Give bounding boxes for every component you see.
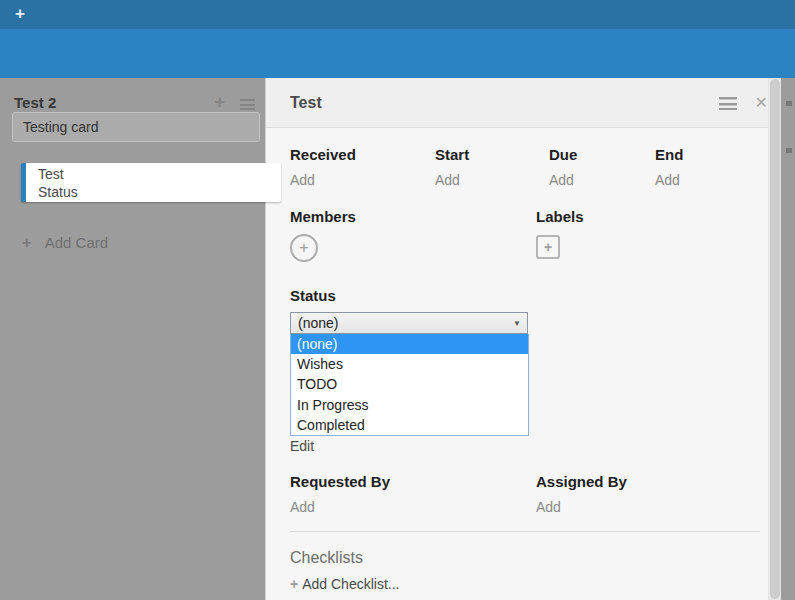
labels-label: Labels bbox=[536, 208, 770, 225]
received-add-link[interactable]: Add bbox=[290, 172, 435, 188]
requested-by-add-link[interactable]: Add bbox=[290, 499, 536, 515]
add-checklist-button[interactable]: +Add Checklist... bbox=[290, 576, 770, 592]
card-detail-header: Test ✕ bbox=[266, 78, 782, 128]
list-add-icon[interactable]: + bbox=[214, 95, 225, 109]
app-topbar: + bbox=[0, 0, 795, 29]
panel-scrollbar-track bbox=[768, 78, 781, 600]
card-test-selected[interactable]: Test Status bbox=[21, 163, 281, 202]
members-label: Members bbox=[290, 208, 536, 225]
assigned-by-add-link[interactable]: Add bbox=[536, 499, 770, 515]
end-label: End bbox=[655, 146, 770, 163]
status-dropdown: (none) Wishes TODO In Progress Completed bbox=[290, 334, 529, 436]
date-field-received: Received Add bbox=[290, 146, 435, 188]
card-subtitle-line: Status bbox=[38, 183, 281, 201]
card-detail-body: Received Add Start Add Due Add End Add bbox=[266, 128, 782, 600]
assigned-by-field: Assigned By Add bbox=[536, 473, 770, 515]
requested-assigned-row: Requested By Add Assigned By Add bbox=[290, 473, 770, 515]
card-title-line: Test bbox=[38, 165, 281, 183]
add-card-button[interactable]: + Add Card bbox=[22, 234, 108, 252]
list-header: Test 2 + bbox=[0, 78, 263, 114]
add-member-button[interactable]: + bbox=[290, 234, 318, 262]
panel-scrollbar-thumb[interactable] bbox=[770, 79, 780, 599]
due-add-link[interactable]: Add bbox=[549, 172, 655, 188]
board-canvas: Test 2 + Testing card Test Status + Add … bbox=[0, 78, 795, 600]
board-header-band bbox=[0, 29, 795, 78]
status-label: Status bbox=[290, 287, 770, 304]
card-testing-card[interactable]: Testing card bbox=[12, 112, 260, 142]
dates-row: Received Add Start Add Due Add End Add bbox=[290, 146, 770, 188]
status-option-in-progress[interactable]: In Progress bbox=[291, 395, 528, 415]
members-labels-row: Members + Labels + bbox=[290, 208, 770, 262]
requested-by-label: Requested By bbox=[290, 473, 536, 490]
date-field-due: Due Add bbox=[549, 146, 655, 188]
requested-by-field: Requested By Add bbox=[290, 473, 536, 515]
start-label: Start bbox=[435, 146, 549, 163]
list-menu-icon[interactable] bbox=[240, 99, 255, 110]
received-label: Received bbox=[290, 146, 435, 163]
add-card-label: Add Card bbox=[45, 234, 108, 251]
members-field: Members + bbox=[290, 208, 536, 262]
board-right-strip bbox=[781, 78, 795, 600]
assigned-by-label: Assigned By bbox=[536, 473, 770, 490]
due-label: Due bbox=[549, 146, 655, 163]
status-option-completed[interactable]: Completed bbox=[291, 415, 528, 435]
start-add-link[interactable]: Add bbox=[435, 172, 549, 188]
add-card-plus-icon: + bbox=[22, 234, 31, 251]
status-option-todo[interactable]: TODO bbox=[291, 374, 528, 394]
section-divider bbox=[290, 531, 760, 532]
close-icon[interactable]: ✕ bbox=[755, 93, 768, 112]
cropped-next-card-edge bbox=[786, 148, 792, 153]
card-detail-title: Test bbox=[290, 94, 322, 112]
add-checklist-label: Add Checklist... bbox=[302, 576, 399, 592]
checklists-title: Checklists bbox=[290, 549, 770, 567]
list-test-2: Test 2 + Testing card Test Status + Add … bbox=[0, 78, 263, 600]
add-label-button[interactable]: + bbox=[536, 235, 560, 259]
status-option-wishes[interactable]: Wishes bbox=[291, 354, 528, 374]
select-arrow-icon: ▼ bbox=[513, 319, 521, 328]
add-checklist-plus-icon: + bbox=[290, 576, 298, 592]
labels-field: Labels + bbox=[536, 208, 770, 262]
status-option-none[interactable]: (none) bbox=[291, 334, 528, 354]
card-detail-panel: Test ✕ Received Add Start Add Due Add bbox=[265, 78, 782, 600]
status-select-value: (none) bbox=[298, 315, 338, 331]
status-edit-link[interactable]: Edit bbox=[290, 438, 770, 454]
date-field-end: End Add bbox=[655, 146, 770, 188]
card-menu-icon[interactable] bbox=[719, 97, 737, 110]
status-select[interactable]: (none) ▼ bbox=[290, 312, 528, 334]
cropped-next-list-icon bbox=[786, 101, 792, 106]
end-add-link[interactable]: Add bbox=[655, 172, 770, 188]
date-field-start: Start Add bbox=[435, 146, 549, 188]
list-title: Test 2 bbox=[14, 94, 56, 111]
add-board-icon[interactable]: + bbox=[15, 4, 25, 24]
